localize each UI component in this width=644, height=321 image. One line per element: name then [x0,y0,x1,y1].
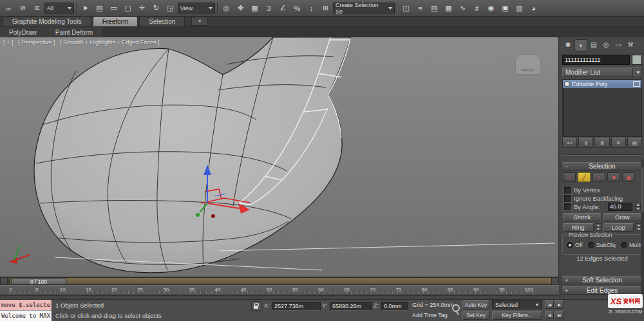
selection-lock-icon[interactable] [251,301,261,311]
modifier-stack[interactable]: Editable Poly [562,79,642,137]
render-setup-icon[interactable]: ▣ [498,1,512,15]
preview-off-radio[interactable] [567,242,573,248]
layer-manager-icon[interactable]: ▤ [428,1,441,15]
viewport-canvas[interactable] [0,37,559,277]
z-coord-field[interactable]: 0.0mm [381,302,408,311]
object-color-swatch[interactable] [632,55,642,65]
align-icon[interactable]: ≡ [413,1,427,15]
by-vertex-checkbox[interactable] [564,187,571,194]
percent-snap-icon[interactable]: % [290,1,304,15]
hierarchy-tab-icon[interactable]: ▤ [588,39,600,50]
modifier-list-dropdown[interactable]: Modifier List [562,68,642,77]
motion-tab-icon[interactable]: ◎ [600,39,612,50]
reference-coordinate-dropdown[interactable]: View [178,3,215,14]
bind-to-space-warp-icon[interactable]: ≋ [30,1,44,15]
named-selection-set-combo[interactable]: Create Selection Se [333,3,395,14]
select-and-link-icon[interactable]: ∞ [2,1,15,15]
y-coord-field[interactable]: 65890.26m [330,302,372,311]
select-object-icon[interactable]: ➤ [79,1,92,15]
key-filters-button[interactable]: Key Filters... [492,311,542,320]
add-time-tag-button[interactable]: Add Time Tag [412,312,448,318]
spinner-snap-icon[interactable]: ↕ [305,1,318,15]
preview-subobj-radio[interactable] [588,242,594,248]
rendered-frame-window-icon[interactable]: ▥ [513,1,526,15]
ring-button[interactable]: Ring [563,223,594,232]
timeline-left-button[interactable] [0,277,8,284]
go-to-start-button[interactable]: |◀ [545,300,554,309]
edit-named-selection-sets-icon[interactable]: ⊞ [319,1,332,15]
display-tab-icon[interactable]: ▭ [612,39,624,50]
snap-toggle-3d-icon[interactable]: 3 [262,1,276,15]
polygon-mode-icon[interactable]: ■ [607,172,620,182]
angle-snap-icon[interactable]: ∠ [276,1,290,15]
use-pivot-center-icon[interactable]: ◎ [220,1,233,15]
stack-item-editable-poly[interactable]: Editable Poly [563,80,641,88]
loop-button[interactable]: Loop [603,223,634,232]
make-unique-icon[interactable]: ⋔ [594,138,609,148]
viewport-plus-menu[interactable]: [ + ] [3,39,13,46]
shrink-button[interactable]: Shrink [563,213,601,221]
auto-key-button[interactable]: Auto Key [462,300,489,309]
element-mode-icon[interactable]: ▣ [622,172,635,182]
pin-stack-icon[interactable]: ⊷ [562,138,577,148]
ring-spinner[interactable] [596,223,601,231]
render-production-icon[interactable]: ◕ [527,1,540,15]
grow-button[interactable]: Grow [603,213,642,221]
tab-selection[interactable]: Selection [139,16,185,26]
utilities-tab-icon[interactable]: ⚒ [625,39,636,50]
configure-modifier-sets-icon[interactable]: ▤ [627,138,642,148]
show-end-result-icon[interactable]: ‖ [578,138,593,148]
timeline-ruler[interactable]: 0510152025303540455055606570758085909510… [0,285,559,296]
selection-filter-dropdown[interactable]: All [44,3,74,14]
viewport-pov-menu[interactable]: [ Perspective ] [18,39,55,46]
by-angle-field[interactable]: 45.0 [608,203,632,211]
keying-set-dropdown[interactable]: Selected [492,300,542,309]
preview-multi-radio[interactable] [621,242,627,248]
ribbon-minimize-icon[interactable]: ▾ [191,17,208,26]
material-editor-icon[interactable]: ◉ [484,1,498,15]
remove-modifier-icon[interactable]: ✕ [611,138,626,148]
unlink-selection-icon[interactable]: ⊘ [16,1,30,15]
create-tab-icon[interactable]: ✱ [562,39,574,50]
perspective-viewport[interactable]: [ + ] [ Perspective ] [ Smooth + Highlig… [0,37,559,277]
polydraw-panel-button[interactable]: PolyDraw [0,27,46,37]
mesh-object[interactable] [34,37,350,273]
edge-mode-icon[interactable]: ╱ [578,172,591,182]
by-angle-spinner[interactable] [635,203,641,210]
maxscript-mini-listener[interactable]: move $.selecte Welcome to MAX [0,300,52,321]
select-and-move-icon[interactable]: ✛ [135,1,149,15]
time-slider-track[interactable]: 0 / 100 [9,277,553,284]
listener-output-line[interactable]: Welcome to MAX [0,311,52,321]
object-name-field[interactable]: 111111111111 [562,55,630,65]
modify-tab-icon[interactable]: ◗ [574,39,587,51]
time-slider-handle[interactable]: 0 / 100 [11,278,66,285]
timeline-right-button[interactable] [551,277,559,284]
window-crossing-icon[interactable]: ▢ [121,1,135,15]
go-to-end-button[interactable]: ▶| [554,311,564,319]
graphite-ribbon-toggle-icon[interactable]: ▦ [442,1,455,15]
set-key-button[interactable]: Set Key [462,311,489,320]
panel-scrollbar[interactable] [641,160,644,299]
ignore-backfacing-checkbox[interactable] [564,195,571,202]
paint-deform-panel-button[interactable]: Paint Deform [46,27,102,37]
previous-frame-button[interactable]: ◀| [545,311,554,319]
select-by-name-icon[interactable]: ▤ [93,1,106,15]
vertex-mode-icon[interactable]: ∴ [563,172,576,182]
mirror-icon[interactable]: ◫ [399,1,413,15]
tab-freeform[interactable]: Freeform [93,16,138,26]
rectangular-selection-region-icon[interactable]: ▭ [107,1,120,15]
viewport-shading-menu[interactable]: [ Smooth + Highlights + Edged Faces ] [60,39,159,46]
listener-macro-line[interactable]: move $.selecte [0,300,52,311]
by-angle-checkbox[interactable] [564,203,571,210]
play-button[interactable]: ▶ [554,300,564,309]
rollout-soft-selection[interactable]: + Soft Selection [562,276,643,284]
select-and-scale-icon[interactable]: ◲ [164,1,177,15]
schematic-view-icon[interactable]: # [470,1,484,15]
set-keys-icon[interactable] [451,304,461,316]
x-coord-field[interactable]: 2527.736m [272,302,321,311]
viewcube[interactable]: FRONT [515,54,541,75]
tab-graphite-modeling-tools[interactable]: Graphite Modeling Tools [3,16,91,26]
border-mode-icon[interactable]: ○ [592,172,605,182]
keyboard-shortcut-override-icon[interactable]: ▦ [248,1,261,15]
curve-editor-icon[interactable]: ∿ [456,1,469,15]
